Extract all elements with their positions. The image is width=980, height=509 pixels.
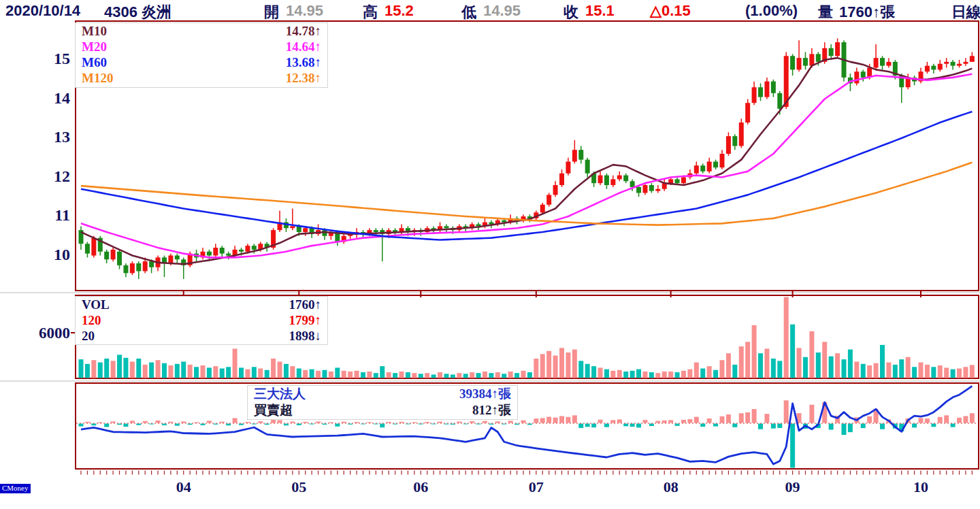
candle-body xyxy=(636,187,641,193)
volume-bar xyxy=(585,364,590,378)
volume-bar xyxy=(207,367,212,378)
volume-bar xyxy=(79,359,84,378)
inst-net-bar xyxy=(451,424,455,425)
candle-body xyxy=(252,246,257,250)
ma-legend: M1014.78↑ M2014.64↑ M6013.68↑ M12012.38↑ xyxy=(75,22,328,88)
volume-bar xyxy=(598,367,603,378)
volume-legend-row: VOL1760↑ xyxy=(76,297,327,312)
volume-bar xyxy=(790,325,795,378)
inst-net-bar xyxy=(604,424,609,427)
volume-bar xyxy=(233,348,238,378)
candle-body xyxy=(642,185,647,193)
inst-net-bar xyxy=(374,424,378,425)
ma60-value: 13.68↑ xyxy=(286,54,321,70)
inst-net-bar xyxy=(310,424,314,425)
inst-net-bar xyxy=(963,416,968,423)
candle-body xyxy=(752,87,757,103)
volume-bar xyxy=(617,370,622,378)
candle-body xyxy=(623,176,628,182)
inst-net-bar xyxy=(425,422,429,423)
candle-body xyxy=(925,66,930,72)
inst-net-bar xyxy=(720,416,725,423)
inst-net-bar xyxy=(912,424,917,428)
volume-value: 1760↑張 xyxy=(839,2,895,22)
month-label: 08 xyxy=(651,478,691,496)
inst-net-bar xyxy=(117,424,122,425)
price-axis-tick-label: 12 xyxy=(20,167,70,186)
candle-body xyxy=(136,263,141,272)
volume-bar xyxy=(514,373,519,378)
volume-bar xyxy=(642,372,647,378)
price-axis-tick-label: 11 xyxy=(20,206,70,225)
inst-net-bar xyxy=(771,424,776,429)
high-label: 高 xyxy=(363,2,378,22)
candle-body xyxy=(886,62,891,66)
volume-bar xyxy=(117,355,122,378)
inst-net-bar xyxy=(342,422,346,423)
volume-bar xyxy=(194,367,199,378)
volume-bar xyxy=(944,367,949,378)
candle-body xyxy=(226,254,231,256)
inst-net-bar xyxy=(642,420,647,423)
candle-body xyxy=(970,56,975,62)
inst-net-bar xyxy=(809,405,814,423)
volume-bar xyxy=(412,373,416,378)
inst-net-bar xyxy=(655,421,660,423)
candle-body xyxy=(630,181,635,187)
inst-net-bar xyxy=(303,422,308,423)
inst-net-bar xyxy=(938,417,943,423)
candle-body xyxy=(213,248,218,256)
volume-bar xyxy=(700,368,705,378)
vol-label: VOL xyxy=(82,297,110,312)
stock-chart-window: 2020/10/14 4306 炎洲 開 14.95 高 15.2 低 14.9… xyxy=(0,0,980,509)
inst-net-bar xyxy=(162,424,167,425)
inst-net-bar xyxy=(694,417,699,423)
inst-net-bar xyxy=(919,418,924,423)
price-axis-tick-label: 10 xyxy=(20,246,70,264)
candle-body xyxy=(111,250,116,259)
candle-body xyxy=(931,66,936,70)
close-value: 15.1 xyxy=(585,2,615,20)
volume-bar xyxy=(919,363,924,378)
inst-net-bar xyxy=(636,424,641,428)
candle-body xyxy=(681,178,686,184)
volume-bar xyxy=(367,372,372,378)
inst-net-bar xyxy=(681,420,686,423)
inst-net-bar xyxy=(707,418,712,423)
inst-net-bar xyxy=(752,409,757,423)
inst-net-bar xyxy=(438,422,442,423)
inst-net-bar xyxy=(944,415,949,423)
inst-net-bar xyxy=(970,413,975,423)
volume-bar xyxy=(572,350,577,378)
inst-net-bar xyxy=(412,422,416,423)
candle-body xyxy=(758,87,763,97)
candle-body xyxy=(777,93,782,109)
month-label: 04 xyxy=(163,478,204,496)
candle-body xyxy=(207,252,212,256)
candle-body xyxy=(220,248,225,254)
inst-net-bar xyxy=(502,424,506,425)
candle-body xyxy=(816,54,821,62)
volume-bar xyxy=(687,370,692,378)
volume-bar xyxy=(771,359,776,378)
volume-bar xyxy=(874,363,879,378)
volume-bar xyxy=(739,346,744,378)
candle-body xyxy=(374,230,378,232)
volume-legend: VOL1760↑ 1201799↑ 201898↓ xyxy=(75,296,328,345)
volume-bar xyxy=(732,365,737,378)
inst-net-bar xyxy=(508,421,513,423)
candle-body xyxy=(874,58,879,67)
candle-body xyxy=(175,256,180,260)
ma10-value: 14.78↑ xyxy=(286,23,321,39)
inst-net-bar xyxy=(98,422,103,423)
volume-bar xyxy=(239,367,244,378)
inst-net-bar xyxy=(476,424,481,425)
volume-bar xyxy=(623,372,628,378)
inst-net-bar xyxy=(85,422,90,423)
volume-bar xyxy=(758,353,763,378)
volume-bar xyxy=(355,371,359,378)
volume-bar xyxy=(829,357,834,378)
ma-legend-row: M2014.64↑ xyxy=(76,39,327,54)
candle-body xyxy=(707,162,712,171)
candle-body xyxy=(880,58,885,66)
